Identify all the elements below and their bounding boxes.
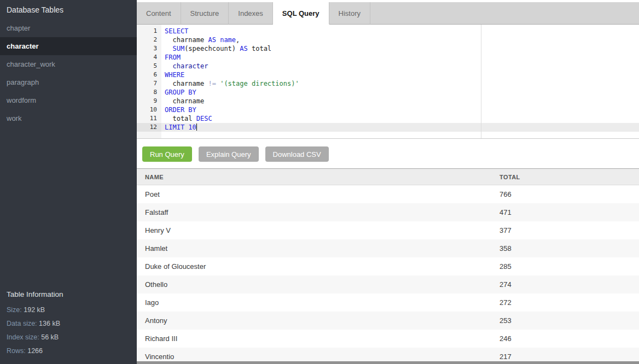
table-row[interactable]: Falstaff471	[137, 203, 639, 221]
sidebar: Database Tables chaptercharactercharacte…	[0, 0, 137, 364]
line-number: 10	[137, 105, 161, 114]
cell-name: Othello	[137, 280, 491, 289]
cell-name: Henry V	[137, 226, 491, 234]
line-number: 1	[137, 27, 161, 36]
table-row[interactable]: Henry V377	[137, 221, 639, 239]
table-info-row-size-: Size: 192 kB	[7, 306, 130, 314]
table-info-value: 1266	[27, 347, 43, 355]
cell-name: Antony	[137, 316, 491, 325]
table-row[interactable]: Othello274	[137, 275, 639, 293]
sql-query-editor[interactable]: 1SELECT2 charname AS name,3 SUM(speechco…	[137, 25, 639, 139]
code-line-4: 4FROM	[137, 53, 639, 62]
cell-total: 285	[491, 262, 639, 271]
table-list: chaptercharactercharacter_workparagraphw…	[0, 19, 137, 127]
cell-total: 471	[491, 208, 639, 216]
cell-name: Hamlet	[137, 244, 491, 253]
sidebar-item-wordform[interactable]: wordform	[0, 91, 137, 109]
sql-token-kw: GROUP BY	[165, 89, 196, 96]
sidebar-item-paragraph[interactable]: paragraph	[0, 73, 137, 91]
tab-bar-filler	[370, 2, 639, 25]
sql-token-kw: ORDER BY	[165, 106, 196, 114]
table-info-label: Rows:	[7, 347, 27, 355]
sidebar-spacer	[0, 127, 137, 285]
cell-name: Vincentio	[137, 353, 491, 361]
download-csv-button[interactable]: Download CSV	[265, 146, 329, 162]
line-number: 5	[137, 62, 161, 71]
code-text: charname != '(stage directions)'	[161, 79, 639, 88]
table-row[interactable]: Poet766	[137, 185, 639, 203]
line-number: 8	[137, 88, 161, 97]
results-header-row: NAME TOTAL	[137, 168, 639, 185]
sql-token-plain	[165, 45, 172, 52]
code-lines: 1SELECT2 charname AS name,3 SUM(speechco…	[137, 25, 639, 132]
tab-structure[interactable]: Structure	[181, 2, 229, 25]
table-info-label: Data size:	[7, 320, 39, 327]
query-toolbar: Run QueryExplain QueryDownload CSV	[137, 139, 639, 168]
tab-sql-query[interactable]: SQL Query	[273, 2, 329, 25]
tab-history[interactable]: History	[329, 2, 370, 25]
sql-token-kw: SUM	[172, 45, 184, 52]
cell-total: 274	[491, 280, 639, 289]
explain-query-button[interactable]: Explain Query	[199, 146, 259, 162]
cell-total: 358	[491, 244, 639, 253]
tab-content[interactable]: Content	[137, 2, 181, 25]
sql-token-plain: charname	[165, 36, 208, 44]
code-line-6: 6WHERE	[137, 71, 639, 79]
sidebar-item-character[interactable]: character	[0, 37, 137, 55]
bottom-scroll-strip	[137, 361, 639, 364]
line-number: 6	[137, 71, 161, 79]
code-text: WHERE	[161, 71, 639, 79]
code-text: SUM(speechcount) AS total	[161, 44, 639, 53]
sql-token-plain: total	[165, 115, 196, 122]
sidebar-item-chapter[interactable]: chapter	[0, 19, 137, 37]
table-info-value: 136 kB	[39, 320, 60, 327]
table-information-rows: Size: 192 kBData size: 136 kBIndex size:…	[7, 306, 130, 355]
table-info-label: Index size:	[7, 333, 41, 341]
sql-token-table: character	[172, 62, 208, 70]
sql-token-plain: ,	[236, 36, 240, 44]
sql-token-kw: name	[220, 36, 236, 44]
code-text: ORDER BY	[161, 105, 639, 114]
cell-name: Falstaff	[137, 208, 491, 216]
sql-token-plain: total	[248, 45, 271, 52]
column-header-total: TOTAL	[491, 174, 639, 180]
table-information-panel: Table Information Size: 192 kBData size:…	[0, 285, 137, 364]
cell-total: 272	[491, 298, 639, 307]
code-text: SELECT	[161, 27, 639, 36]
sql-token-kw: SELECT	[165, 27, 188, 35]
tab-indexes[interactable]: Indexes	[229, 2, 273, 25]
table-row[interactable]: Hamlet358	[137, 239, 639, 257]
cell-name: Poet	[137, 190, 491, 198]
code-line-8: 8GROUP BY	[137, 88, 639, 97]
sidebar-header: Database Tables	[0, 0, 137, 19]
column-header-name: NAME	[137, 174, 491, 180]
sql-token-str: '(stage directions)'	[220, 80, 299, 87]
sql-token-kw: WHERE	[165, 71, 184, 79]
cell-total: 766	[491, 190, 639, 198]
sql-token-plain	[165, 62, 172, 70]
table-row[interactable]: Duke of Gloucester285	[137, 257, 639, 275]
cell-name: Richard III	[137, 334, 491, 343]
results-table: NAME TOTAL Poet766Falstaff471Henry V377H…	[137, 168, 639, 364]
sql-token-kw: DESC	[196, 115, 212, 122]
app-window: Database Tables chaptercharactercharacte…	[0, 0, 639, 364]
table-row[interactable]: Antony253	[137, 312, 639, 330]
run-query-button[interactable]: Run Query	[142, 146, 192, 162]
code-line-1: 1SELECT	[137, 27, 639, 36]
table-info-value: 192 kB	[24, 306, 45, 314]
results-rows: Poet766Falstaff471Henry V377Hamlet358Duk…	[137, 185, 639, 364]
table-info-row-data-size-: Data size: 136 kB	[7, 320, 130, 327]
line-number: 9	[137, 97, 161, 105]
code-line-7: 7 charname != '(stage directions)'	[137, 79, 639, 88]
main-panel: ContentStructureIndexesSQL QueryHistory …	[137, 0, 639, 364]
table-row[interactable]: Richard III246	[137, 330, 639, 348]
table-row[interactable]: Iago272	[137, 293, 639, 312]
code-line-10: 10ORDER BY	[137, 105, 639, 114]
code-line-9: 9 charname	[137, 97, 639, 105]
line-number: 3	[137, 44, 161, 53]
sidebar-item-character-work[interactable]: character_work	[0, 55, 137, 73]
code-text: total DESC	[161, 114, 639, 123]
sidebar-item-work[interactable]: work	[0, 109, 137, 127]
code-line-12: 12LIMIT 10	[137, 123, 639, 132]
code-text: charname	[161, 97, 639, 105]
